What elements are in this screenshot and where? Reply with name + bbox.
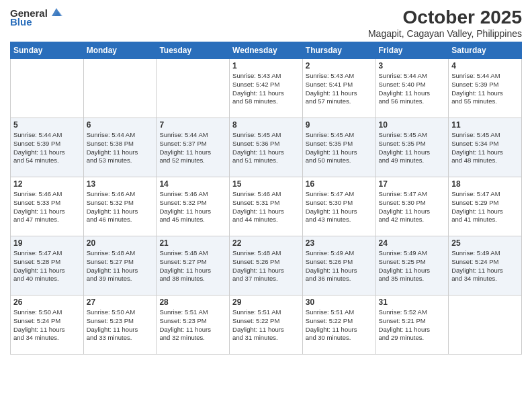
day-number: 10	[379, 120, 446, 130]
day-number: 22	[232, 238, 300, 248]
day-number: 31	[379, 298, 446, 307]
day-number: 26	[13, 298, 81, 307]
calendar-cell: 29Sunrise: 5:51 AM Sunset: 5:22 PM Dayli…	[230, 295, 303, 355]
cell-content: Sunrise: 5:45 AM Sunset: 5:34 PM Dayligh…	[451, 131, 519, 165]
cell-content: Sunrise: 5:45 AM Sunset: 5:36 PM Dayligh…	[232, 131, 300, 165]
day-number: 15	[232, 179, 300, 189]
day-number: 28	[159, 298, 226, 307]
day-number: 4	[451, 61, 519, 71]
calendar-cell: 21Sunrise: 5:48 AM Sunset: 5:27 PM Dayli…	[157, 236, 230, 295]
calendar-cell: 24Sunrise: 5:49 AM Sunset: 5:25 PM Dayli…	[375, 236, 449, 295]
calendar-cell: 4Sunrise: 5:44 AM Sunset: 5:39 PM Daylig…	[449, 59, 522, 118]
day-number: 24	[379, 238, 446, 248]
cell-content: Sunrise: 5:50 AM Sunset: 5:23 PM Dayligh…	[87, 308, 154, 342]
title-area: October 2025 Magapit, Cagayan Valley, Ph…	[368, 7, 522, 39]
cell-content: Sunrise: 5:47 AM Sunset: 5:28 PM Dayligh…	[13, 249, 81, 283]
calendar-cell: 3Sunrise: 5:44 AM Sunset: 5:40 PM Daylig…	[375, 59, 449, 118]
day-header-thursday: Thursday	[302, 42, 375, 59]
day-number: 29	[232, 298, 300, 307]
calendar-cell: 26Sunrise: 5:50 AM Sunset: 5:24 PM Dayli…	[11, 295, 84, 355]
cell-content: Sunrise: 5:47 AM Sunset: 5:30 PM Dayligh…	[306, 190, 373, 224]
cell-content: Sunrise: 5:44 AM Sunset: 5:39 PM Dayligh…	[13, 131, 81, 165]
day-number: 11	[451, 120, 519, 130]
cell-content: Sunrise: 5:44 AM Sunset: 5:40 PM Dayligh…	[379, 72, 446, 106]
day-number: 12	[13, 179, 81, 189]
cell-content: Sunrise: 5:46 AM Sunset: 5:32 PM Dayligh…	[87, 190, 154, 224]
calendar-cell: 19Sunrise: 5:47 AM Sunset: 5:28 PM Dayli…	[11, 236, 84, 295]
cell-content: Sunrise: 5:49 AM Sunset: 5:24 PM Dayligh…	[451, 249, 519, 283]
calendar-cell: 27Sunrise: 5:50 AM Sunset: 5:23 PM Dayli…	[83, 295, 157, 355]
calendar-cell: 28Sunrise: 5:51 AM Sunset: 5:23 PM Dayli…	[157, 295, 230, 355]
calendar-cell: 10Sunrise: 5:45 AM Sunset: 5:35 PM Dayli…	[375, 118, 449, 177]
cell-content: Sunrise: 5:46 AM Sunset: 5:32 PM Dayligh…	[159, 190, 226, 224]
day-header-saturday: Saturday	[449, 42, 522, 59]
cell-content: Sunrise: 5:45 AM Sunset: 5:35 PM Dayligh…	[379, 131, 446, 165]
calendar-cell: 7Sunrise: 5:44 AM Sunset: 5:37 PM Daylig…	[157, 118, 230, 177]
day-number: 7	[159, 120, 226, 130]
logo: General Blue	[10, 7, 64, 28]
day-number: 1	[232, 61, 300, 71]
day-number: 20	[87, 238, 154, 248]
cell-content: Sunrise: 5:48 AM Sunset: 5:26 PM Dayligh…	[232, 249, 300, 283]
day-number: 5	[13, 120, 81, 130]
calendar-cell: 30Sunrise: 5:51 AM Sunset: 5:22 PM Dayli…	[302, 295, 375, 355]
day-number: 6	[87, 120, 154, 130]
logo-icon	[49, 7, 64, 19]
calendar-cell: 14Sunrise: 5:46 AM Sunset: 5:32 PM Dayli…	[157, 177, 230, 236]
calendar-cell: 16Sunrise: 5:47 AM Sunset: 5:30 PM Dayli…	[302, 177, 375, 236]
day-number: 17	[379, 179, 446, 189]
cell-content: Sunrise: 5:51 AM Sunset: 5:23 PM Dayligh…	[159, 308, 226, 342]
day-number: 3	[379, 61, 446, 71]
cell-content: Sunrise: 5:52 AM Sunset: 5:21 PM Dayligh…	[379, 308, 446, 342]
day-number: 23	[306, 238, 373, 248]
cell-content: Sunrise: 5:49 AM Sunset: 5:25 PM Dayligh…	[379, 249, 446, 283]
cell-content: Sunrise: 5:51 AM Sunset: 5:22 PM Dayligh…	[306, 308, 373, 342]
day-number: 30	[306, 298, 373, 307]
header: General Blue October 2025 Magapit, Cagay…	[10, 7, 522, 39]
day-header-tuesday: Tuesday	[157, 42, 230, 59]
day-number: 13	[87, 179, 154, 189]
calendar-cell: 12Sunrise: 5:46 AM Sunset: 5:33 PM Dayli…	[11, 177, 84, 236]
cell-content: Sunrise: 5:47 AM Sunset: 5:30 PM Dayligh…	[379, 190, 446, 224]
calendar-cell: 13Sunrise: 5:46 AM Sunset: 5:32 PM Dayli…	[83, 177, 157, 236]
calendar-cell: 23Sunrise: 5:49 AM Sunset: 5:26 PM Dayli…	[302, 236, 375, 295]
day-header-sunday: Sunday	[11, 42, 84, 59]
cell-content: Sunrise: 5:48 AM Sunset: 5:27 PM Dayligh…	[87, 249, 154, 283]
calendar-cell: 20Sunrise: 5:48 AM Sunset: 5:27 PM Dayli…	[83, 236, 157, 295]
calendar-cell: 6Sunrise: 5:44 AM Sunset: 5:38 PM Daylig…	[83, 118, 157, 177]
day-number: 19	[13, 238, 81, 248]
day-number: 25	[451, 238, 519, 248]
calendar-cell: 9Sunrise: 5:45 AM Sunset: 5:35 PM Daylig…	[302, 118, 375, 177]
calendar-cell: 25Sunrise: 5:49 AM Sunset: 5:24 PM Dayli…	[449, 236, 522, 295]
cell-content: Sunrise: 5:43 AM Sunset: 5:42 PM Dayligh…	[232, 72, 300, 106]
cell-content: Sunrise: 5:43 AM Sunset: 5:41 PM Dayligh…	[306, 72, 373, 106]
week-row-5: 26Sunrise: 5:50 AM Sunset: 5:24 PM Dayli…	[11, 295, 522, 355]
day-number: 18	[451, 179, 519, 189]
cell-content: Sunrise: 5:44 AM Sunset: 5:39 PM Dayligh…	[451, 72, 519, 106]
day-number: 8	[232, 120, 300, 130]
calendar-cell: 2Sunrise: 5:43 AM Sunset: 5:41 PM Daylig…	[302, 59, 375, 118]
week-row-2: 5Sunrise: 5:44 AM Sunset: 5:39 PM Daylig…	[11, 118, 522, 177]
logo-blue-text: Blue	[10, 16, 32, 28]
cell-content: Sunrise: 5:44 AM Sunset: 5:37 PM Dayligh…	[159, 131, 226, 165]
cell-content: Sunrise: 5:46 AM Sunset: 5:33 PM Dayligh…	[13, 190, 81, 224]
day-number: 9	[306, 120, 373, 130]
days-header-row: SundayMondayTuesdayWednesdayThursdayFrid…	[11, 42, 522, 59]
day-number: 21	[159, 238, 226, 248]
day-number: 27	[87, 298, 154, 307]
cell-content: Sunrise: 5:47 AM Sunset: 5:29 PM Dayligh…	[451, 190, 519, 224]
calendar-cell: 15Sunrise: 5:46 AM Sunset: 5:31 PM Dayli…	[230, 177, 303, 236]
calendar-cell: 11Sunrise: 5:45 AM Sunset: 5:34 PM Dayli…	[449, 118, 522, 177]
main-title: October 2025	[368, 7, 522, 28]
page-container: General Blue October 2025 Magapit, Cagay…	[0, 0, 532, 358]
calendar-cell: 1Sunrise: 5:43 AM Sunset: 5:42 PM Daylig…	[230, 59, 303, 118]
calendar-cell: 31Sunrise: 5:52 AM Sunset: 5:21 PM Dayli…	[375, 295, 449, 355]
calendar-cell	[449, 295, 522, 355]
day-number: 2	[306, 61, 373, 71]
cell-content: Sunrise: 5:48 AM Sunset: 5:27 PM Dayligh…	[159, 249, 226, 283]
day-header-monday: Monday	[83, 42, 157, 59]
calendar-cell: 22Sunrise: 5:48 AM Sunset: 5:26 PM Dayli…	[230, 236, 303, 295]
week-row-3: 12Sunrise: 5:46 AM Sunset: 5:33 PM Dayli…	[11, 177, 522, 236]
cell-content: Sunrise: 5:50 AM Sunset: 5:24 PM Dayligh…	[13, 308, 81, 342]
subtitle: Magapit, Cagayan Valley, Philippines	[368, 28, 522, 39]
